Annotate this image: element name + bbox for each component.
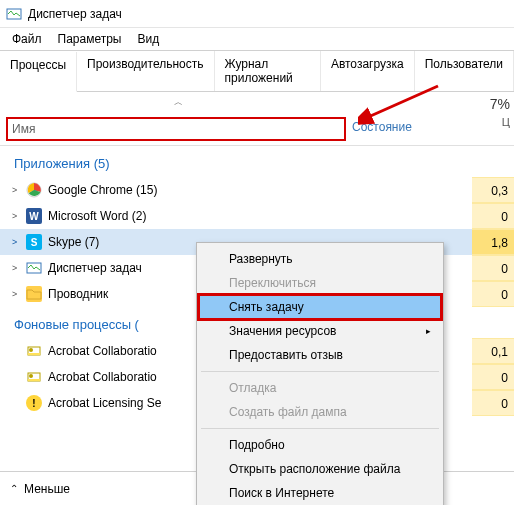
word-icon: W [26, 208, 42, 224]
ctx-separator [201, 428, 439, 429]
submenu-arrow-icon: ▸ [426, 319, 431, 343]
expand-icon[interactable]: > [12, 185, 26, 195]
expand-icon[interactable]: > [12, 289, 26, 299]
folder-icon [26, 286, 42, 302]
tab-strip: Процессы Производительность Журнал прило… [0, 50, 514, 92]
cpu-cell: 1,8 [472, 229, 514, 255]
tab-performance[interactable]: Производительность [77, 51, 214, 91]
column-header-name[interactable]: Имя [6, 117, 346, 141]
ctx-open-location[interactable]: Открыть расположение файла [199, 457, 441, 481]
ctx-end-task[interactable]: Снять задачу [199, 295, 441, 319]
warning-icon: ! [26, 395, 42, 411]
chevron-up-icon[interactable]: ⌃ [10, 483, 18, 494]
svg-rect-9 [28, 379, 40, 381]
row-chrome[interactable]: > Google Chrome (15) 0,3 [0, 177, 514, 203]
ctx-debug: Отладка [199, 376, 441, 400]
cpu-cell: 0,3 [472, 177, 514, 203]
column-header-cpu-label: Ц [476, 116, 510, 128]
cpu-cell: 0 [472, 203, 514, 229]
ctx-separator [201, 371, 439, 372]
collapse-caret-icon[interactable]: ︿ [174, 96, 183, 109]
menu-options[interactable]: Параметры [50, 30, 130, 48]
svg-point-7 [29, 348, 33, 352]
ctx-resource-values[interactable]: Значения ресурсов▸ [199, 319, 441, 343]
row-label: Google Chrome (15) [48, 183, 472, 197]
row-word[interactable]: > W Microsoft Word (2) 0 [0, 203, 514, 229]
ctx-switch: Переключиться [199, 271, 441, 295]
expand-icon[interactable]: > [12, 263, 26, 273]
chrome-icon [26, 182, 42, 198]
svg-rect-6 [28, 353, 40, 355]
svg-rect-0 [7, 9, 21, 19]
ctx-feedback[interactable]: Предоставить отзыв [199, 343, 441, 367]
ctx-details[interactable]: Подробно [199, 433, 441, 457]
tab-startup[interactable]: Автозагрузка [321, 51, 415, 91]
expand-icon[interactable]: > [12, 211, 26, 221]
acrobat-icon [26, 369, 42, 385]
cpu-cell: 0 [472, 255, 514, 281]
titlebar: Диспетчер задач [0, 0, 514, 28]
window-title: Диспетчер задач [28, 7, 122, 21]
fewer-details-button[interactable]: Меньше [24, 482, 70, 496]
tab-app-history[interactable]: Журнал приложений [215, 51, 321, 91]
cpu-cell: 0 [472, 281, 514, 307]
context-menu: Развернуть Переключиться Снять задачу Зн… [196, 242, 444, 505]
taskmgr-row-icon [26, 260, 42, 276]
ctx-search-online[interactable]: Поиск в Интернете [199, 481, 441, 505]
menu-bar: Файл Параметры Вид [0, 28, 514, 50]
menu-file[interactable]: Файл [4, 30, 50, 48]
column-headers: ︿ Имя Состояние 7% Ц [0, 92, 514, 146]
group-apps: Приложения (5) [0, 146, 514, 177]
column-header-cpu-value[interactable]: 7% [476, 96, 510, 112]
ctx-dump: Создать файл дампа [199, 400, 441, 424]
column-header-state[interactable]: Состояние [352, 117, 432, 141]
tab-users[interactable]: Пользователи [415, 51, 514, 91]
svg-rect-4 [27, 263, 41, 273]
cpu-cell: 0 [472, 364, 514, 390]
svg-point-10 [29, 374, 33, 378]
taskmgr-icon [6, 6, 22, 22]
cpu-cell: 0,1 [472, 338, 514, 364]
ctx-expand[interactable]: Развернуть [199, 247, 441, 271]
tab-processes[interactable]: Процессы [0, 52, 77, 92]
cpu-cell: 0 [472, 390, 514, 416]
skype-icon: S [26, 234, 42, 250]
acrobat-icon [26, 343, 42, 359]
expand-icon[interactable]: > [12, 237, 26, 247]
menu-view[interactable]: Вид [129, 30, 167, 48]
row-label: Microsoft Word (2) [48, 209, 472, 223]
